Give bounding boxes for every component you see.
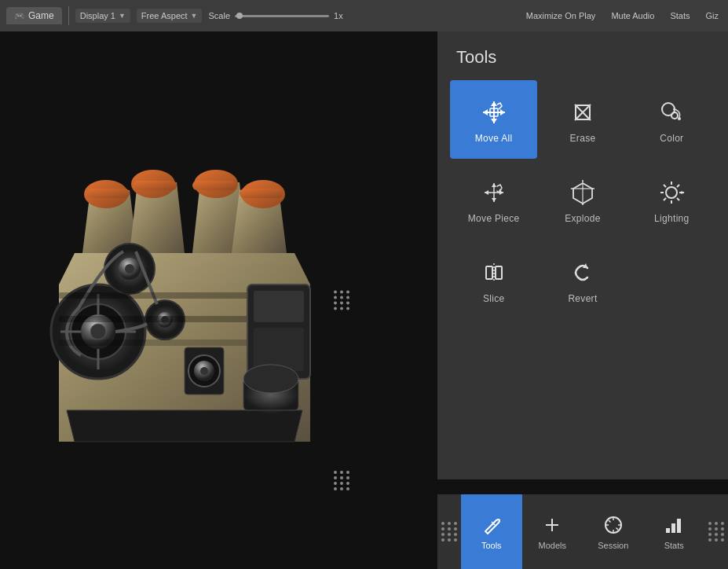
slice-label: Slice (483, 293, 505, 304)
nav-items: Tools Models (461, 494, 704, 569)
topbar-right: Maximize On Play Mute Audio Stats Giz (523, 9, 722, 22)
svg-line-56 (677, 185, 679, 187)
aspect-dropdown-arrow: ▼ (191, 12, 198, 20)
tools-title: Tools (437, 31, 728, 80)
mute-audio-button[interactable]: Mute Audio (608, 9, 657, 22)
lighting-icon (657, 178, 686, 207)
revert-icon (569, 259, 597, 287)
move-all-icon (480, 98, 508, 127)
svg-rect-69 (671, 523, 675, 533)
svg-rect-59 (496, 266, 502, 279)
svg-point-44 (678, 117, 681, 120)
bottom-nav: Tools Models (437, 494, 728, 569)
display-dropdown[interactable]: Display 1 ▼ (75, 9, 130, 23)
tools-panel: Tools Move All (437, 31, 728, 479)
svg-point-12 (90, 324, 106, 340)
svg-line-55 (677, 198, 679, 200)
nav-stats[interactable]: Stats (644, 494, 705, 569)
game-tab[interactable]: 🎮 Game (6, 7, 62, 24)
tool-slice[interactable]: Slice (450, 240, 537, 319)
tools-grid: Move All Erase (437, 80, 728, 319)
tools-nav-icon (481, 514, 503, 536)
nav-dots-right[interactable] (704, 494, 728, 569)
svg-rect-5 (134, 181, 177, 190)
nav-session[interactable]: Session (583, 494, 644, 569)
tools-nav-label: Tools (481, 541, 502, 550)
tool-move-all[interactable]: Move All (450, 80, 537, 159)
models-nav-icon (541, 514, 563, 536)
engine-area (0, 31, 369, 569)
stats-nav-label: Stats (664, 541, 684, 550)
models-nav-label: Models (539, 541, 566, 550)
scale-slider-thumb (236, 13, 243, 19)
explode-icon (569, 178, 597, 207)
revert-label: Revert (568, 293, 597, 304)
svg-rect-29 (254, 291, 304, 322)
lighting-label: Lighting (654, 213, 689, 224)
tool-move-piece[interactable]: Move Piece (450, 160, 537, 239)
svg-rect-70 (677, 519, 681, 533)
tool-erase[interactable]: Erase (539, 80, 626, 159)
stats-nav-icon (663, 514, 685, 536)
color-label: Color (660, 133, 683, 144)
svg-rect-30 (254, 328, 304, 371)
nav-dots-left[interactable] (437, 494, 461, 569)
explode-label: Explode (565, 213, 600, 224)
svg-point-49 (666, 187, 677, 198)
erase-icon (569, 98, 597, 127)
topbar: 🎮 Game Display 1 ▼ Free Aspect ▼ Scale 1… (0, 0, 728, 31)
engine-visual (27, 112, 342, 489)
svg-point-37 (243, 365, 298, 393)
tool-explode[interactable]: Explode (539, 160, 626, 239)
move-piece-icon (480, 178, 508, 207)
svg-point-34 (200, 367, 208, 375)
svg-rect-68 (666, 528, 670, 533)
nav-tools[interactable]: Tools (461, 494, 522, 569)
svg-line-54 (664, 185, 666, 187)
svg-point-20 (125, 264, 134, 273)
tool-lighting[interactable]: Lighting (628, 160, 715, 239)
nav-models[interactable]: Models (522, 494, 583, 569)
svg-rect-4 (86, 189, 130, 198)
aspect-dropdown[interactable]: Free Aspect ▼ (137, 9, 203, 23)
svg-point-43 (671, 112, 678, 119)
move-piece-label: Move Piece (468, 213, 520, 224)
aspect-label: Free Aspect (141, 11, 188, 20)
session-nav-icon (602, 514, 624, 536)
move-all-label: Move All (475, 133, 513, 144)
viewport-drag-dots-bottom[interactable] (334, 471, 350, 490)
display-label: Display 1 (80, 11, 115, 20)
svg-rect-7 (240, 189, 283, 198)
maximize-on-play-button[interactable]: Maximize On Play (523, 9, 599, 22)
scale-control: Scale 1x (208, 11, 342, 20)
game-icon: 🎮 (14, 11, 25, 21)
topbar-divider (68, 6, 69, 25)
scale-text: Scale (208, 11, 230, 20)
svg-rect-58 (486, 266, 492, 279)
stats-button[interactable]: Stats (667, 9, 693, 22)
scale-slider[interactable] (235, 15, 329, 17)
erase-label: Erase (570, 133, 596, 144)
game-tab-label: Game (28, 10, 54, 21)
gizmos-button[interactable]: Giz (703, 9, 723, 22)
scale-value: 1x (334, 11, 343, 20)
slice-icon (480, 259, 508, 287)
svg-rect-6 (192, 181, 236, 190)
viewport: Tools Move All (0, 31, 728, 569)
color-icon (657, 98, 686, 127)
svg-line-57 (664, 198, 666, 200)
viewport-drag-dots-top[interactable] (334, 291, 350, 310)
tool-color[interactable]: Color (628, 80, 715, 159)
display-dropdown-arrow: ▼ (119, 12, 126, 20)
tool-revert[interactable]: Revert (539, 240, 626, 319)
session-nav-label: Session (598, 541, 628, 550)
